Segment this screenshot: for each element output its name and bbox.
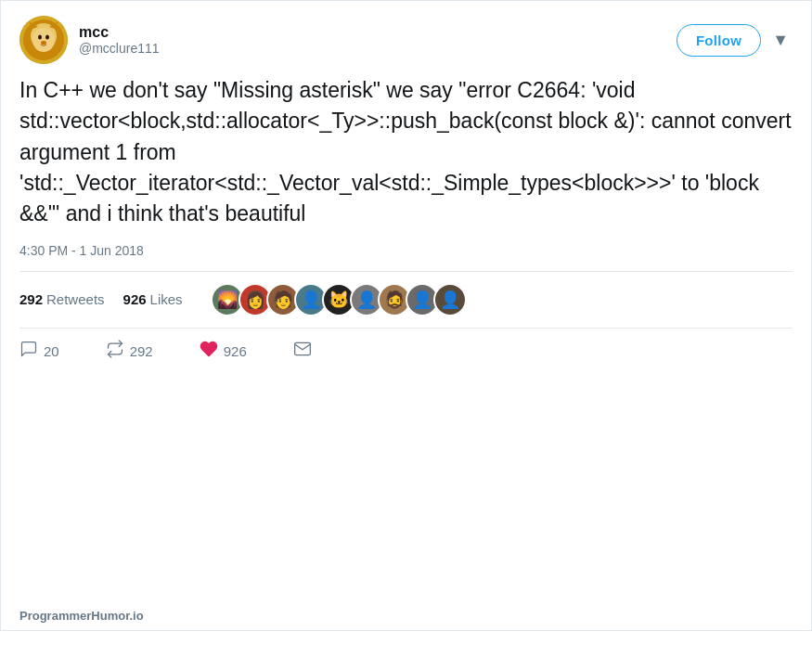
likes-count: 926 [123,291,147,307]
header-right: Follow ▼ [677,24,793,57]
retweet-label: Retweets [46,291,105,307]
retweet-action[interactable]: 292 [106,340,153,363]
user-name: mcc [79,24,160,41]
comment-action[interactable]: 20 [19,340,59,363]
heart-count: 926 [224,343,247,359]
liker-avatar-9: 👤 [433,283,467,316]
avatar [19,16,68,64]
tweet-text: In C++ we don't say "Missing asterisk" w… [19,75,793,230]
svg-point-7 [45,35,49,40]
user-info: mcc @mcclure111 [79,24,160,56]
tweet-header: mcc @mcclure111 Follow ▼ [19,16,793,64]
heart-action[interactable]: 926 [200,340,247,363]
likes-label: Likes [150,291,183,307]
tweet-card: mcc @mcclure111 Follow ▼ In C++ we don't… [0,0,812,631]
svg-point-6 [38,35,42,40]
footer-brand: ProgrammerHumor.io [19,609,144,623]
actions-row: 20 292 926 [19,328,793,374]
retweet-action-count: 292 [130,343,153,359]
stats-row: 292 Retweets 926 Likes 🌄 👩 🧑 👤 🐱 👤 🧔 👤 👤 [19,272,793,328]
comment-icon [19,340,38,363]
mail-icon [293,340,312,363]
tweet-timestamp: 4:30 PM - 1 Jun 2018 [19,243,793,258]
chevron-button[interactable]: ▼ [768,27,793,54]
tweet-header-left: mcc @mcclure111 [19,16,160,64]
follow-button[interactable]: Follow [677,24,761,57]
retweet-stats: 292 Retweets [19,291,105,307]
likes-stats: 926 Likes [123,291,183,307]
heart-icon [200,340,218,363]
user-handle: @mcclure111 [79,41,160,56]
svg-point-8 [41,41,46,45]
svg-point-5 [32,28,55,52]
likers-avatars: 🌄 👩 🧑 👤 🐱 👤 🧔 👤 👤 [211,283,467,316]
comment-count: 20 [44,343,59,359]
retweet-count: 292 [19,291,43,307]
retweet-icon [106,340,124,363]
chevron-down-icon: ▼ [772,31,789,49]
mail-action[interactable] [293,340,312,363]
